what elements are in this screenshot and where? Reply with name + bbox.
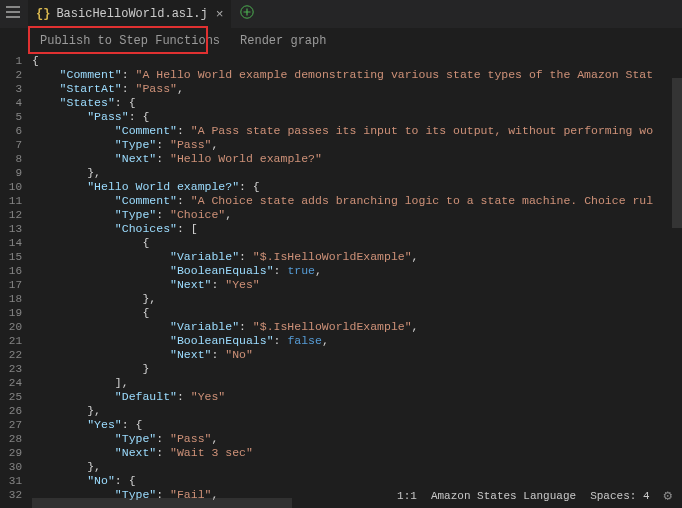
- line-number-gutter: 1234567891011121314151617181920212223242…: [0, 54, 32, 508]
- gear-icon[interactable]: ⚙: [664, 487, 672, 504]
- line-number: 2: [0, 68, 22, 82]
- file-tab-label: BasicHelloWorld.asl.j: [56, 7, 207, 21]
- code-line[interactable]: "Default": "Yes": [32, 390, 682, 404]
- code-line[interactable]: "Choices": [: [32, 222, 682, 236]
- code-line[interactable]: {: [32, 54, 682, 68]
- line-number: 24: [0, 376, 22, 390]
- add-tab-button[interactable]: [240, 5, 254, 24]
- code-line[interactable]: },: [32, 292, 682, 306]
- line-number: 31: [0, 474, 22, 488]
- code-line[interactable]: "States": {: [32, 96, 682, 110]
- line-number: 15: [0, 250, 22, 264]
- code-line[interactable]: },: [32, 166, 682, 180]
- json-file-icon: {}: [36, 7, 50, 21]
- editor-area[interactable]: 1234567891011121314151617181920212223242…: [0, 54, 682, 508]
- plus-icon: [240, 5, 254, 19]
- line-number: 1: [0, 54, 22, 68]
- code-line[interactable]: "Pass": {: [32, 110, 682, 124]
- publish-action[interactable]: Publish to Step Functions: [40, 34, 220, 48]
- code-lens-bar: Publish to Step Functions Render graph: [0, 28, 682, 54]
- line-number: 8: [0, 152, 22, 166]
- code-line[interactable]: "Type": "Pass",: [32, 432, 682, 446]
- line-number: 21: [0, 334, 22, 348]
- line-number: 5: [0, 110, 22, 124]
- code-line[interactable]: ],: [32, 376, 682, 390]
- code-line[interactable]: "Variable": "$.IsHelloWorldExample",: [32, 250, 682, 264]
- code-line[interactable]: }: [32, 362, 682, 376]
- line-number: 11: [0, 194, 22, 208]
- vertical-scrollbar[interactable]: [672, 78, 682, 228]
- code-line[interactable]: {: [32, 236, 682, 250]
- code-line[interactable]: "Next": "Yes": [32, 278, 682, 292]
- code-line[interactable]: {: [32, 306, 682, 320]
- render-graph-action[interactable]: Render graph: [240, 34, 326, 48]
- code-line[interactable]: "BooleanEquals": false,: [32, 334, 682, 348]
- cursor-position[interactable]: 1:1: [397, 490, 417, 502]
- file-tab[interactable]: {} BasicHelloWorld.asl.j ×: [28, 0, 232, 28]
- line-number: 18: [0, 292, 22, 306]
- line-number: 29: [0, 446, 22, 460]
- tab-bar: {} BasicHelloWorld.asl.j ×: [0, 0, 682, 28]
- line-number: 4: [0, 96, 22, 110]
- line-number: 20: [0, 320, 22, 334]
- code-line[interactable]: "BooleanEquals": true,: [32, 264, 682, 278]
- code-content[interactable]: { "Comment": "A Hello World example demo…: [32, 54, 682, 508]
- line-number: 10: [0, 180, 22, 194]
- line-number: 16: [0, 264, 22, 278]
- code-line[interactable]: "Next": "Hello World example?": [32, 152, 682, 166]
- code-line[interactable]: "Comment": "A Hello World example demons…: [32, 68, 682, 82]
- code-line[interactable]: "Type": "Choice",: [32, 208, 682, 222]
- line-number: 9: [0, 166, 22, 180]
- code-line[interactable]: },: [32, 404, 682, 418]
- line-number: 3: [0, 82, 22, 96]
- line-number: 14: [0, 236, 22, 250]
- code-line[interactable]: "Yes": {: [32, 418, 682, 432]
- line-number: 12: [0, 208, 22, 222]
- menu-icon[interactable]: [6, 6, 20, 18]
- line-number: 13: [0, 222, 22, 236]
- code-line[interactable]: "StartAt": "Pass",: [32, 82, 682, 96]
- line-number: 25: [0, 390, 22, 404]
- language-mode[interactable]: Amazon States Language: [431, 490, 576, 502]
- line-number: 30: [0, 460, 22, 474]
- code-line[interactable]: "Variable": "$.IsHelloWorldExample",: [32, 320, 682, 334]
- close-icon[interactable]: ×: [216, 7, 224, 22]
- line-number: 26: [0, 404, 22, 418]
- line-number: 23: [0, 362, 22, 376]
- code-line[interactable]: "Comment": "A Choice state adds branchin…: [32, 194, 682, 208]
- status-bar: 1:1 Amazon States Language Spaces: 4 ⚙: [393, 485, 676, 506]
- line-number: 17: [0, 278, 22, 292]
- code-line[interactable]: },: [32, 460, 682, 474]
- line-number: 7: [0, 138, 22, 152]
- line-number: 32: [0, 488, 22, 502]
- line-number: 6: [0, 124, 22, 138]
- line-number: 19: [0, 306, 22, 320]
- line-number: 28: [0, 432, 22, 446]
- code-line[interactable]: "Next": "No": [32, 348, 682, 362]
- line-number: 27: [0, 418, 22, 432]
- indent-mode[interactable]: Spaces: 4: [590, 490, 649, 502]
- horizontal-scrollbar[interactable]: [32, 498, 292, 508]
- code-line[interactable]: "Type": "Pass",: [32, 138, 682, 152]
- code-line[interactable]: "Next": "Wait 3 sec": [32, 446, 682, 460]
- code-line[interactable]: "Hello World example?": {: [32, 180, 682, 194]
- code-line[interactable]: "Comment": "A Pass state passes its inpu…: [32, 124, 682, 138]
- line-number: 22: [0, 348, 22, 362]
